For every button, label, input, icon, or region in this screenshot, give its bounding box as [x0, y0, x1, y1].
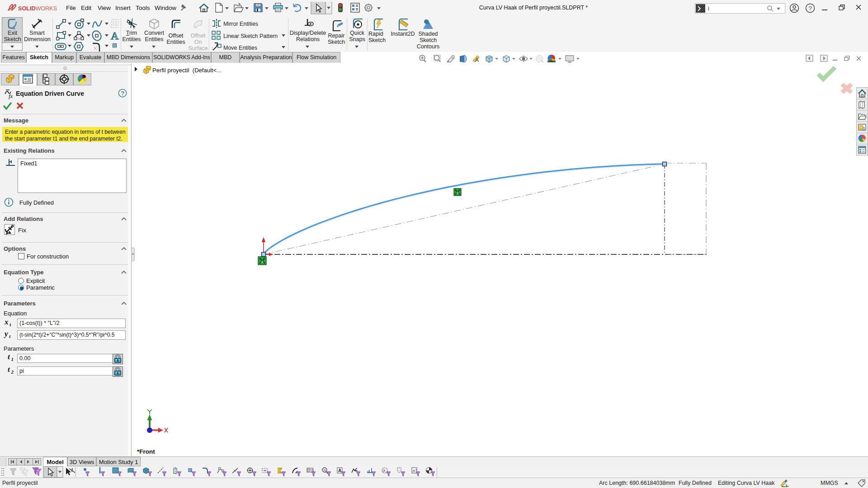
svg-text:A: A — [383, 469, 386, 473]
svg-text:A: A — [338, 468, 341, 473]
svg-text:A: A — [475, 57, 479, 63]
svg-text:03: 03 — [310, 469, 314, 472]
svg-text:?: ? — [809, 5, 812, 12]
svg-text:SOLIDWORKS: SOLIDWORKS — [18, 5, 57, 12]
svg-text:fx: fx — [9, 93, 13, 99]
svg-text:?: ? — [121, 90, 125, 97]
svg-text:N: N — [324, 469, 326, 472]
svg-text:A: A — [111, 30, 119, 41]
